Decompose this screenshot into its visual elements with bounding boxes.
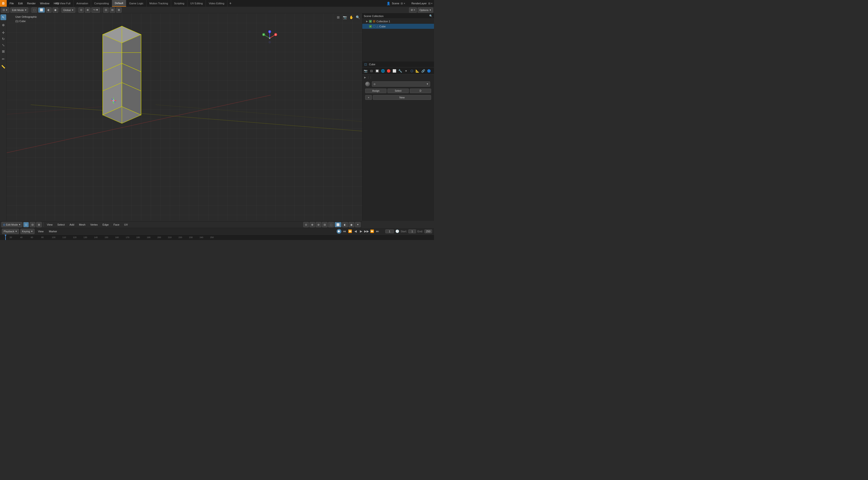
mesh-menu[interactable]: Mesh	[77, 223, 87, 227]
shading-solid-btn[interactable]: ⬜	[335, 222, 341, 227]
jump-end-btn[interactable]: ⏭	[375, 229, 380, 234]
tool-move[interactable]: ✛	[0, 30, 6, 35]
start-frame[interactable]: 1	[408, 230, 416, 233]
transform-orientation[interactable]: Global ▼	[61, 7, 75, 13]
viewport-shading-wire[interactable]: ⬚	[31, 7, 37, 13]
proportional-btn[interactable]: ⊕	[309, 222, 315, 227]
prop-particles-icon[interactable]: ✦	[403, 68, 409, 73]
outliner-collection1[interactable]: ▶ ✓ ⊞ Collection 1	[362, 19, 434, 24]
material-expand[interactable]: ▶ ⋮⋮	[363, 76, 433, 80]
tab-3dviewfull[interactable]: 3D View Full	[53, 0, 74, 7]
tab-default[interactable]: Default	[112, 0, 126, 7]
edge-menu[interactable]: Edge	[100, 223, 111, 227]
tab-videoediting[interactable]: Video Editing	[206, 0, 227, 7]
outliner-cube[interactable]: ✓ ⬡ △ Cube	[362, 24, 434, 29]
tab-add[interactable]: +	[227, 0, 234, 7]
toggle-xray[interactable]: ⊘ ×	[409, 7, 417, 13]
edit-mode-btn[interactable]: ⊡ Edit Mode ▼	[1, 222, 22, 227]
shading-render-btn[interactable]: ◉	[349, 222, 354, 227]
step-fwd-btn[interactable]: ⏩	[370, 229, 374, 234]
select-vertex[interactable]: ⊡	[103, 7, 109, 13]
timeline-marker-menu[interactable]: Marker	[47, 230, 59, 233]
uv-menu[interactable]: UV	[122, 223, 130, 227]
face-mode-btn[interactable]: ⊞	[36, 222, 42, 227]
tool-transform[interactable]: ⊠	[0, 49, 6, 54]
tool-measure[interactable]: 📏	[0, 64, 6, 69]
viewport-shading-solid[interactable]: ⬜	[38, 7, 45, 13]
material-dropdown[interactable]: ⊙ ▼	[372, 81, 430, 87]
select-edge[interactable]: ⊟	[110, 7, 115, 13]
prop-data-icon[interactable]: 📐	[415, 68, 420, 73]
viewport-shading-look[interactable]: ◐	[46, 7, 52, 13]
tab-animation[interactable]: Animation	[74, 0, 91, 7]
overlay-btn[interactable]: ⊘	[316, 222, 321, 227]
view-grab-icon[interactable]: ✋	[348, 14, 354, 20]
prop-objectdata-icon[interactable]: 🔵	[426, 68, 432, 73]
prop-output-icon[interactable]: ⊟	[369, 68, 374, 73]
prop-material-icon[interactable]: ⬡	[409, 68, 414, 73]
tool-cursor[interactable]: ⊕	[0, 22, 6, 28]
prop-view-icon[interactable]: 🔲	[374, 68, 380, 73]
tab-compositing[interactable]: Compositing	[91, 0, 112, 7]
menu-render[interactable]: Render	[25, 1, 38, 5]
play-btn[interactable]: ▶	[359, 229, 364, 234]
viewport-3d[interactable]: User Orthographic (1) Cube	[7, 13, 362, 221]
prop-scene-icon[interactable]: 🌐	[380, 68, 385, 73]
tab-motiontracking[interactable]: Motion Tracking	[147, 0, 171, 7]
view-menu[interactable]: View	[45, 223, 55, 227]
playback-dropdown[interactable]: Playback ▼	[2, 229, 19, 234]
step-frame-back[interactable]: ◀	[353, 229, 358, 234]
shading-wire-btn[interactable]: ⬚	[328, 222, 334, 227]
material-assign-btn[interactable]: Assign	[365, 89, 386, 93]
menu-edit[interactable]: Edit	[16, 1, 25, 5]
proportional-edit[interactable]: ⊕	[85, 7, 90, 13]
tool-scale[interactable]: ⤡	[0, 42, 6, 48]
current-frame[interactable]: 1	[385, 230, 394, 233]
tool-annotate[interactable]: ✏	[0, 56, 6, 62]
step-back-btn[interactable]: ⏪	[348, 229, 352, 234]
vertex-menu[interactable]: Vertex	[88, 223, 99, 227]
tab-uvediting[interactable]: UV Editing	[187, 0, 206, 7]
xray-btn[interactable]: ⊟	[322, 222, 328, 227]
tab-scripting[interactable]: Scripting	[171, 0, 187, 7]
material-deselect-btn[interactable]: D	[410, 89, 431, 93]
jump-start-btn[interactable]: ⏮	[342, 229, 347, 234]
prop-constraints-icon[interactable]: 🔗	[421, 68, 426, 73]
snap-btn[interactable]: ⊙	[303, 222, 309, 227]
viewport-shading-render[interactable]: ◉	[53, 7, 58, 13]
edge-mode-btn[interactable]: ⊟	[30, 222, 35, 227]
timeline-view-menu[interactable]: View	[36, 230, 45, 233]
select-menu[interactable]: Select	[55, 223, 67, 227]
options-dropdown[interactable]: Options ▼	[418, 7, 433, 13]
prop-render-icon[interactable]: 📷	[363, 68, 368, 73]
select-face[interactable]: ⊞	[116, 7, 122, 13]
edit-mode-dropdown[interactable]: Edit Mode ▼	[10, 7, 28, 13]
tool-select-box[interactable]: ↖	[0, 14, 6, 20]
shading-look-btn[interactable]: ◐	[342, 222, 348, 227]
vertex-mode-btn[interactable]: ⊡	[23, 222, 29, 227]
prop-object-icon[interactable]: ⬜	[392, 68, 397, 73]
tab-gamelogic[interactable]: Game Logic	[126, 0, 146, 7]
timeline-ruler[interactable]: 1 20 40 60 80 100 110 120 130 140 150 16…	[0, 235, 434, 240]
mode-select-btn[interactable]: ⊡ ▼	[1, 7, 9, 13]
prop-world-icon[interactable]: 🔴	[386, 68, 391, 73]
tool-rotate[interactable]: ↻	[0, 36, 6, 42]
step-frame-fwd[interactable]: ▶▶	[364, 229, 369, 234]
view-grid-icon[interactable]: ⊞	[335, 14, 341, 20]
prop-modifier-icon[interactable]: 🔧	[398, 68, 403, 73]
view-zoom-icon[interactable]: 🔍	[355, 14, 361, 20]
proportional-falloff[interactable]: 〜▼	[91, 7, 100, 13]
end-frame[interactable]: 250	[425, 230, 432, 233]
menu-window[interactable]: Window	[38, 1, 51, 5]
snap-toggle[interactable]: ⊙	[79, 7, 84, 13]
face-menu[interactable]: Face	[112, 223, 121, 227]
add-menu[interactable]: Add	[68, 223, 76, 227]
material-select-btn[interactable]: Select	[388, 89, 409, 93]
menu-file[interactable]: File	[8, 1, 16, 5]
play-record-btn[interactable]: ⏺	[337, 229, 341, 234]
view-camera-icon[interactable]: 📷	[342, 14, 348, 20]
navigation-gizmo[interactable]: Z X Y	[261, 30, 278, 47]
material-plus-btn[interactable]: +	[365, 95, 372, 100]
keying-dropdown[interactable]: Keying ▼	[21, 229, 35, 234]
material-new-btn[interactable]: New	[373, 95, 431, 100]
